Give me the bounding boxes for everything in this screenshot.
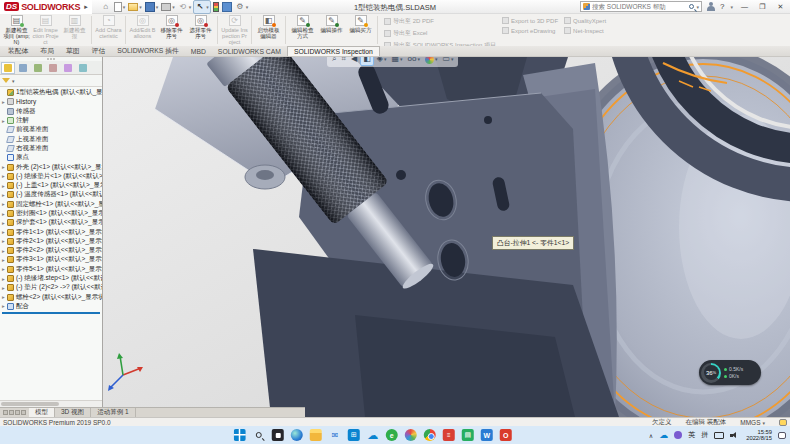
help-search-box[interactable]: ▾ bbox=[580, 1, 702, 12]
options-button[interactable]: ▾ bbox=[234, 1, 250, 13]
expand-arrow-icon[interactable]: ▸ bbox=[0, 294, 7, 300]
expand-arrow-icon[interactable]: ▸ bbox=[0, 173, 7, 179]
edit-inspection-project-button[interactable]: ▤Edit Inspection Project bbox=[32, 15, 59, 45]
add-characteristic-button[interactable]: ◔Add Characteristic bbox=[95, 15, 122, 45]
tab-SOLIDWORKS 插件[interactable]: SOLIDWORKS 插件 bbox=[111, 46, 185, 56]
new-button[interactable]: ▾ bbox=[113, 1, 127, 13]
tree-horizontal-scrollbar[interactable] bbox=[0, 400, 102, 407]
hidden-icons-chevron-icon[interactable]: ∧ bbox=[649, 432, 653, 439]
tab-MBD[interactable]: MBD bbox=[185, 46, 212, 56]
tree-item[interactable]: ▸螺栓<2> (默认<<默认>_显示状态 bbox=[0, 293, 102, 302]
tree-item[interactable]: 右视基准面 bbox=[0, 144, 102, 153]
taskbar-reader-icon[interactable] bbox=[443, 429, 455, 441]
expand-arrow-icon[interactable]: ▸ bbox=[0, 201, 7, 207]
filter-caret-icon[interactable]: ▾ bbox=[12, 78, 15, 84]
search-icon[interactable] bbox=[689, 4, 694, 9]
search-scope-icon[interactable] bbox=[583, 3, 590, 10]
search-input[interactable] bbox=[592, 3, 686, 10]
monitor-badge[interactable]: 36% 0.5K/s 0K/s bbox=[699, 360, 761, 385]
tree-item[interactable]: ▸配合 bbox=[0, 302, 102, 311]
edit-inspection-methods-button[interactable]: ✎编辑检查方式 bbox=[289, 15, 316, 45]
tab-布局[interactable]: 布局 bbox=[34, 46, 60, 56]
add-edit-balloons-button[interactable]: ◎Add/Edit Balloons bbox=[129, 15, 156, 45]
ime-pinyin-indicator[interactable]: 拼 bbox=[701, 430, 708, 440]
tree-item[interactable]: ▸保护套<1> (默认<<默认>_显示状 bbox=[0, 218, 102, 227]
export-item-button[interactable]: 导出至 Excel bbox=[384, 29, 496, 38]
taskbar-search-icon[interactable] bbox=[253, 429, 265, 441]
tab-装配体[interactable]: 装配体 bbox=[2, 46, 34, 56]
fm-tab-property-manager[interactable] bbox=[16, 62, 30, 74]
fm-tab-feature-tree[interactable] bbox=[1, 62, 15, 74]
tree-item[interactable]: ▸(-) 温度传感器<1> (默认<<默认>_ bbox=[0, 190, 102, 199]
expand-arrow-icon[interactable]: ▸ bbox=[0, 276, 7, 282]
tree-item[interactable]: ▸零件3<1> (默认<<默认>_显示状 bbox=[0, 255, 102, 264]
tree-item[interactable]: ▸外壳 (2)<1> (默认<<默认>_显示状 bbox=[0, 162, 102, 171]
expand-arrow-icon[interactable]: ▸ bbox=[0, 183, 7, 189]
taskbar-office-icon[interactable] bbox=[500, 429, 512, 441]
pane-tab-模型[interactable]: 模型 bbox=[29, 408, 55, 417]
tree-item[interactable]: 上视基准面 bbox=[0, 134, 102, 143]
tree-filter[interactable]: ▾ bbox=[0, 75, 102, 87]
new-inspection-project-button[interactable]: ▤新建检查项目 (amp;N) bbox=[3, 15, 30, 45]
update-inspection-project-button[interactable]: ⟳Update Inspection Project bbox=[221, 15, 248, 45]
tree-item[interactable]: ▸零件5<1> (默认<<默认>_显示状 bbox=[0, 265, 102, 274]
clock[interactable]: 15:59 2022/8/15 bbox=[746, 429, 772, 442]
expand-arrow-icon[interactable]: ▸ bbox=[0, 118, 7, 124]
fm-tab-configurations[interactable] bbox=[31, 62, 45, 74]
graphics-area[interactable]: ⌕⌗◀◧◈▾▦▾oo▾▾▭▾ 凸台-拉伸1 <- 零件1<1> 36% 0.5K… bbox=[103, 57, 790, 417]
message-icon[interactable] bbox=[779, 419, 787, 426]
export-item-button[interactable]: Net-Inspect bbox=[564, 27, 606, 34]
tree-item[interactable]: ▸密封圈<1> (默认<<默认>_显示状 bbox=[0, 209, 102, 218]
tree-item[interactable]: ▸零件1<1> (默认<<默认>_显示状态 bbox=[0, 227, 102, 236]
rebuild-button[interactable] bbox=[212, 1, 220, 13]
export-item-button[interactable]: Export to 3D PDF bbox=[502, 17, 558, 24]
expand-arrow-icon[interactable]: ▸ bbox=[0, 257, 7, 263]
file-properties-button[interactable] bbox=[221, 1, 233, 13]
taskbar-notes-icon[interactable] bbox=[462, 429, 474, 441]
taskbar-chrome-icon[interactable] bbox=[424, 429, 436, 441]
tree-item[interactable]: ▸零件2<2> (默认<<默认>_显示状 bbox=[0, 246, 102, 255]
export-item-button[interactable]: QualityXpert bbox=[564, 17, 606, 24]
expand-arrow-icon[interactable]: ▸ bbox=[0, 99, 7, 105]
tree-item[interactable]: 原点 bbox=[0, 153, 102, 162]
volume-icon[interactable] bbox=[730, 431, 740, 439]
help-caret-icon[interactable]: ▾ bbox=[730, 4, 733, 10]
taskbar-browser-icon[interactable] bbox=[386, 429, 398, 441]
export-item-button[interactable]: Export eDrawing bbox=[502, 27, 558, 34]
tree-item[interactable]: 前视基准面 bbox=[0, 125, 102, 134]
viewport-split-buttons[interactable] bbox=[0, 408, 29, 417]
security-tray-icon[interactable] bbox=[674, 431, 682, 439]
taskbar-widgets-icon[interactable] bbox=[272, 429, 284, 441]
tree-item[interactable]: ▸(-) 绝缘堵.step<1> (默认<<默认> bbox=[0, 274, 102, 283]
expand-arrow-icon[interactable]: ▸ bbox=[0, 285, 7, 291]
tree-item[interactable]: ▸(-) 垫片 (2)<2> ->? (默认<<默认> bbox=[0, 283, 102, 292]
expand-arrow-icon[interactable]: ▸ bbox=[0, 220, 7, 226]
help-button[interactable]: ? bbox=[720, 2, 724, 11]
rollback-bar[interactable] bbox=[2, 312, 100, 314]
fm-tab-display-manager[interactable] bbox=[61, 62, 75, 74]
tree-item[interactable]: ▸(-) 上盖<1> (默认<<默认>_显示状 bbox=[0, 181, 102, 190]
fm-tab-dimxpert[interactable] bbox=[46, 62, 60, 74]
taskbar-onedrive-icon[interactable] bbox=[367, 429, 379, 441]
expand-arrow-icon[interactable]: ▸ bbox=[0, 229, 7, 235]
menu-expand-icon[interactable]: ▸ bbox=[84, 3, 88, 11]
tree-item[interactable]: ▸History bbox=[0, 97, 102, 106]
login-icon[interactable] bbox=[707, 2, 715, 11]
expand-arrow-icon[interactable]: ▸ bbox=[0, 303, 7, 309]
taskbar-photos-icon[interactable] bbox=[405, 429, 417, 441]
minimize-button[interactable]: — bbox=[738, 3, 751, 10]
tree-item[interactable]: 1型铠装热电偶 (默认<默认_显示状态-1> bbox=[0, 88, 102, 97]
pane-tab-运动算例 1[interactable]: 运动算例 1 bbox=[91, 408, 135, 417]
expand-arrow-icon[interactable]: ▸ bbox=[0, 164, 7, 170]
taskbar-edge-icon[interactable] bbox=[291, 429, 303, 441]
unit-system[interactable]: MMGS▾ bbox=[740, 419, 765, 426]
expand-arrow-icon[interactable]: ▸ bbox=[0, 192, 7, 198]
tree-item[interactable]: ▸(-) 绝缘垫片<1> (默认<<默认>_显 bbox=[0, 172, 102, 181]
print-button[interactable]: ▾ bbox=[160, 2, 176, 12]
remove-balloons-button[interactable]: ◎移除零件序号 bbox=[158, 15, 185, 45]
select-button[interactable]: ▾ bbox=[193, 0, 211, 14]
export-item-button[interactable]: 导出至 2D PDF bbox=[384, 17, 496, 26]
onedrive-tray-icon[interactable]: ☁ bbox=[659, 430, 668, 440]
close-button[interactable]: ✕ bbox=[774, 3, 787, 11]
scrollbar-thumb[interactable] bbox=[1, 402, 59, 406]
